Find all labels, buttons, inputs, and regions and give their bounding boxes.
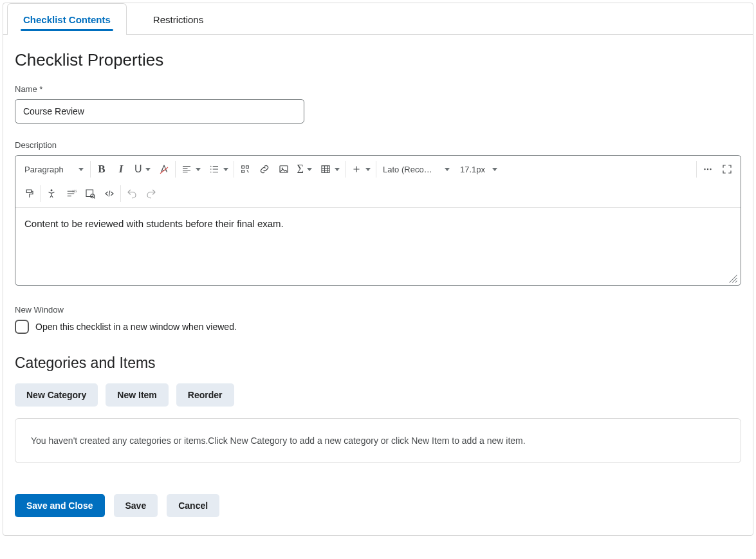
svg-rect-5 [322,166,329,173]
svg-point-11 [91,194,95,198]
svg-text:123: 123 [72,190,77,193]
name-input[interactable] [15,99,304,124]
undo-button[interactable] [122,183,142,205]
chevron-down-icon [223,168,228,171]
description-label: Description [15,140,741,150]
separator [696,161,697,178]
new-window-label: New Window [15,305,741,315]
tab-checklist-contents[interactable]: Checklist Contents [7,3,127,35]
table-dropdown[interactable] [316,158,344,180]
svg-rect-3 [280,166,288,173]
separator [40,185,41,202]
more-actions-button[interactable] [698,158,717,180]
tab-restrictions[interactable]: Restrictions [137,3,219,34]
cancel-button[interactable]: Cancel [167,494,219,517]
chevron-down-icon [492,168,497,171]
separator [376,161,376,178]
editor-content[interactable]: Content to be reviewed with students bef… [15,208,741,285]
separator [175,161,176,178]
svg-point-9 [51,189,53,191]
name-label: Name * [15,84,741,94]
list-dropdown[interactable] [205,158,232,180]
font-size-dropdown[interactable]: 17.1px [455,158,502,180]
font-family-dropdown[interactable]: Lato (Recomm… [378,158,455,180]
source-code-button[interactable] [100,183,119,205]
page-frame: Checklist Contents Restrictions Checklis… [3,3,753,536]
save-button[interactable]: Save [114,494,158,517]
paragraph-label: Paragraph [24,165,64,174]
insert-image-button[interactable] [274,158,293,180]
insert-link-button[interactable] [255,158,274,180]
rich-text-editor: Paragraph B I U [15,155,741,286]
word-count-button[interactable]: 123 [61,183,80,205]
underline-icon: U [134,163,142,175]
font-family-label: Lato (Recomm… [383,165,433,174]
underline-dropdown[interactable]: U [131,158,154,180]
font-size-label: 17.1px [460,165,485,174]
new-category-button[interactable]: New Category [15,383,98,407]
chevron-down-icon [365,168,371,171]
insert-more-dropdown[interactable] [347,158,374,180]
redo-button[interactable] [142,183,161,205]
heading-categories: Categories and Items [15,354,741,372]
content-area: Checklist Properties Name * Description … [3,35,753,535]
empty-state-message: You haven't created any categories or it… [15,418,741,463]
bold-button[interactable]: B [92,158,111,180]
chevron-down-icon [307,168,312,171]
chevron-down-icon [145,168,151,171]
separator [90,161,91,178]
chevron-down-icon [78,168,84,171]
separator [120,185,121,202]
chevron-down-icon [335,168,340,171]
heading-properties: Checklist Properties [15,50,741,70]
chevron-down-icon [445,168,450,171]
svg-point-1 [210,169,212,170]
save-and-close-button[interactable]: Save and Close [15,494,105,517]
editor-toolbar: Paragraph B I U [15,156,741,208]
italic-button[interactable]: I [111,158,131,180]
format-painter-button[interactable] [19,183,39,205]
paragraph-style-dropdown[interactable]: Paragraph [19,158,89,180]
reorder-button[interactable]: Reorder [176,383,234,407]
svg-point-6 [704,169,705,170]
fullscreen-button[interactable] [717,158,737,180]
accessibility-checker-button[interactable] [42,183,61,205]
separator [234,161,234,178]
editor-text: Content to be reviewed with students bef… [24,218,284,229]
align-dropdown[interactable] [177,158,205,180]
new-item-button[interactable]: New Item [106,383,168,407]
insert-stuff-button[interactable] [235,158,255,180]
svg-point-8 [710,169,711,170]
new-window-checkbox[interactable] [15,320,29,334]
chevron-down-icon [196,168,201,171]
svg-point-0 [210,166,212,167]
separator [345,161,346,178]
preview-button[interactable] [80,183,100,205]
sigma-icon: Σ [297,163,304,176]
new-window-checkbox-label: Open this checklist in a new window when… [35,322,237,332]
font-color-button[interactable] [154,158,174,180]
tabs-bar: Checklist Contents Restrictions [3,3,753,35]
resize-handle[interactable] [726,272,738,284]
svg-point-7 [707,169,708,170]
svg-point-2 [210,172,212,173]
equation-dropdown[interactable]: Σ [293,158,316,180]
